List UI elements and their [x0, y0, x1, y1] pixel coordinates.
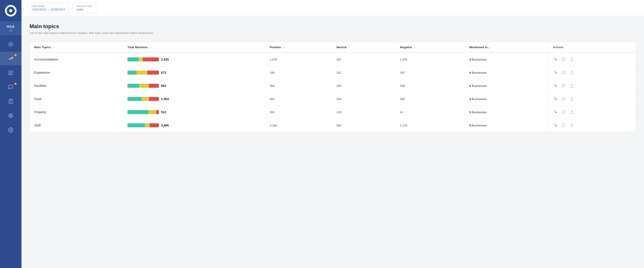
sidebar-logo: [0, 0, 22, 21]
comment-button[interactable]: [561, 56, 566, 62]
table-row: Property522353128415 Businesses: [30, 106, 636, 119]
positive-count: 195: [265, 66, 332, 79]
svg-rect-24: [556, 73, 557, 73]
svg-rect-51: [556, 112, 557, 113]
neutral-count: 128: [332, 106, 396, 119]
col-neutral-sort-icon: ◇: [348, 46, 350, 49]
topics-table: Main Topics ◇ Total Mentions ◇ Positive …: [30, 42, 636, 132]
svg-rect-13: [554, 58, 555, 58]
export-button[interactable]: [569, 56, 575, 62]
negative-count: 1,120: [396, 119, 465, 132]
positive-count: 359: [265, 79, 332, 93]
topic-name: Facilities: [30, 79, 123, 93]
actions-cell: [548, 106, 636, 119]
sidebar-item-settings[interactable]: [0, 123, 22, 137]
sidebar: HGA 18: [0, 0, 22, 268]
chat-icon: [8, 84, 14, 90]
svg-rect-33: [556, 86, 557, 87]
col-actions: Actions: [548, 42, 636, 53]
col-neutral[interactable]: Neutral ◇: [332, 42, 396, 53]
svg-point-12: [10, 129, 12, 131]
hierarchy-button[interactable]: [553, 109, 558, 115]
total-mentions: 2,935: [123, 53, 265, 66]
svg-rect-50: [555, 112, 556, 113]
col-main-topics-label: Main Topics: [34, 46, 51, 49]
comment-button[interactable]: [561, 83, 566, 89]
col-negative-label: Negative: [400, 46, 412, 49]
svg-rect-42: [556, 99, 557, 100]
positive-count: 2,184: [265, 119, 332, 132]
svg-rect-59: [555, 126, 556, 126]
topic-name: Accommodations: [30, 53, 123, 66]
svg-rect-23: [555, 73, 556, 73]
business-type-filter[interactable]: Business Type Hotel: [72, 3, 96, 13]
mentioned-in: 4 Businesses: [465, 53, 548, 66]
hierarchy-button[interactable]: [553, 83, 558, 89]
sidebar-item-compass[interactable]: [0, 37, 22, 51]
sidebar-item-chart[interactable]: [0, 52, 22, 65]
export-button[interactable]: [569, 96, 575, 102]
topic-name: Property: [30, 106, 123, 119]
export-button[interactable]: [569, 109, 575, 115]
hierarchy-button[interactable]: [553, 70, 558, 76]
export-button[interactable]: [569, 122, 575, 128]
svg-rect-32: [555, 86, 556, 87]
chat-badge: [14, 83, 16, 85]
topic-name: Food: [30, 93, 123, 106]
col-negative-sort-icon: ◇: [414, 46, 416, 49]
logo-icon: [5, 5, 16, 16]
logo-dot: [9, 9, 12, 12]
col-neutral-label: Neutral: [336, 46, 346, 49]
neutral-count: 358: [332, 93, 396, 106]
logo-inner: [7, 7, 15, 15]
svg-rect-40: [554, 97, 555, 98]
export-button[interactable]: [569, 83, 575, 89]
neutral-count: 582: [332, 119, 396, 132]
comment-button[interactable]: [561, 96, 566, 102]
chart-badge: [14, 54, 16, 56]
svg-point-1: [10, 44, 12, 45]
col-total-mentions-label: Total Mentions: [128, 46, 148, 49]
neutral-count: 295: [332, 79, 396, 93]
comment-button[interactable]: [561, 109, 566, 115]
mentioned-in: 5 Businesses: [465, 106, 548, 119]
main-content: Date Range 12/02/2022 — 12/08/2022 Busin…: [22, 0, 644, 268]
total-mentions: 962: [123, 79, 265, 93]
page-content: Main topics List of the main topics coll…: [22, 16, 644, 268]
col-total-mentions[interactable]: Total Mentions ◇: [123, 42, 265, 53]
col-total-mentions-sort-icon: ◇: [150, 46, 151, 49]
col-negative[interactable]: Negative ◇: [396, 42, 465, 53]
table-row: Food1,4646613584454 Businesses: [30, 93, 636, 106]
sidebar-item-target[interactable]: [0, 109, 22, 122]
clipboard-icon: [8, 99, 14, 104]
col-main-topics[interactable]: Main Topics ◇: [30, 42, 123, 53]
page-title: Main topics: [30, 23, 636, 29]
col-main-topics-sort-icon: ◇: [52, 46, 54, 49]
sidebar-item-chat[interactable]: [0, 80, 22, 94]
actions-cell: [548, 119, 636, 132]
total-mentions: 522: [123, 106, 265, 119]
topics-table-container: Main Topics ◇ Total Mentions ◇ Positive …: [30, 42, 636, 132]
export-button[interactable]: [569, 70, 575, 76]
comment-button[interactable]: [561, 122, 566, 128]
comment-button[interactable]: [561, 70, 566, 76]
negative-count: 445: [396, 93, 465, 106]
business-type-value: Hotel: [76, 8, 92, 11]
actions-cell: [548, 93, 636, 106]
header: Date Range 12/02/2022 — 12/08/2022 Busin…: [22, 0, 644, 16]
svg-rect-60: [556, 126, 557, 126]
hierarchy-button[interactable]: [553, 96, 558, 102]
date-range-filter[interactable]: Date Range 12/02/2022 — 12/08/2022: [28, 3, 69, 13]
sidebar-item-list[interactable]: [0, 66, 22, 80]
hierarchy-button[interactable]: [553, 122, 558, 128]
sidebar-item-clipboard[interactable]: [0, 95, 22, 108]
mentioned-in: 4 Businesses: [465, 93, 548, 106]
actions-cell: [548, 79, 636, 93]
col-positive[interactable]: Positive ◇: [265, 42, 332, 53]
actions-cell: [548, 66, 636, 79]
sidebar-user: HGA 18: [0, 21, 22, 35]
sidebar-user-name: HGA: [7, 24, 15, 28]
hierarchy-button[interactable]: [553, 56, 558, 62]
svg-rect-14: [555, 60, 556, 60]
chart-icon: [8, 56, 14, 61]
